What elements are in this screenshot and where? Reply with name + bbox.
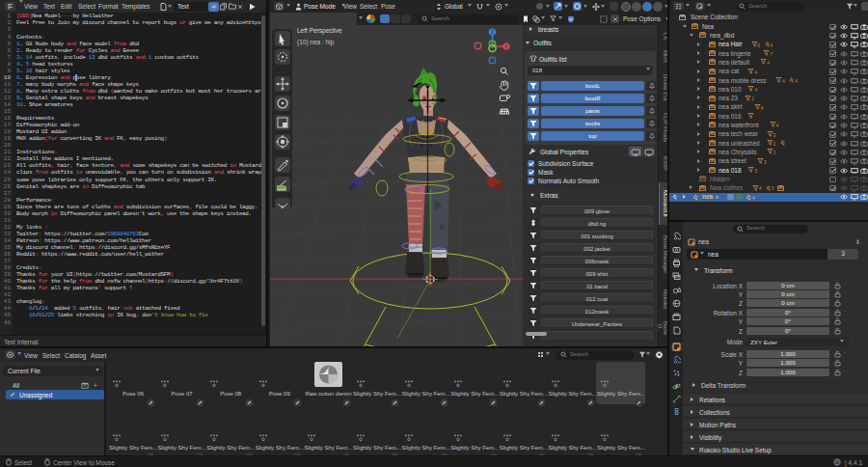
svg-text:Z: Z (491, 29, 494, 35)
